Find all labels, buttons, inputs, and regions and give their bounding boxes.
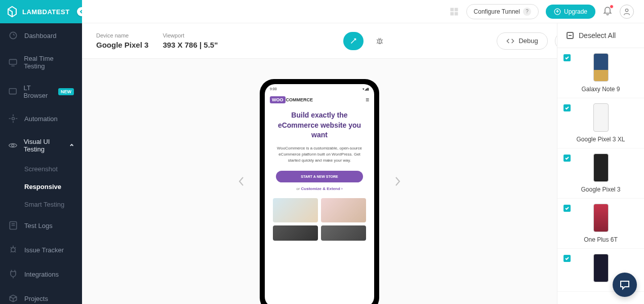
sidebar-item-integrations[interactable]: Integrations bbox=[0, 262, 82, 286]
notification-dot bbox=[610, 5, 614, 9]
device-mockup: 9:00 ▾◢▮ WOO COMMERCE ≡ Build exactly th… bbox=[260, 79, 379, 304]
topbar: Configure Tunnel ? Upgrade bbox=[82, 0, 644, 23]
bug-icon bbox=[8, 245, 18, 255]
svg-rect-9 bbox=[450, 12, 454, 15]
upgrade-label: Upgrade bbox=[564, 8, 587, 15]
svg-rect-10 bbox=[454, 12, 458, 15]
sidebar-item-label: Dashboard bbox=[24, 32, 57, 40]
user-avatar[interactable] bbox=[620, 5, 634, 19]
sidebar-item-ltbrowser[interactable]: LT Browser NEW bbox=[0, 77, 82, 106]
device-name-info: Device name Google Pixel 3 bbox=[96, 32, 148, 49]
sidebar-header: LAMBDATEST bbox=[0, 0, 82, 23]
start-store-button[interactable]: START A NEW STORE bbox=[276, 171, 363, 182]
debug-label: Debug bbox=[518, 37, 538, 45]
device-card-pixel3[interactable]: Google Pixel 3 bbox=[557, 148, 644, 199]
device-label: Google Pixel 3 XL bbox=[565, 136, 637, 143]
eye-icon bbox=[8, 140, 18, 150]
sidebar: LAMBDATEST Dashboard Real Time Testing L… bbox=[0, 0, 82, 304]
plug-icon bbox=[8, 269, 18, 279]
device-checkbox[interactable] bbox=[564, 54, 571, 61]
customize-text: Customize & Extend › bbox=[301, 186, 343, 191]
chevron-up-icon bbox=[69, 143, 74, 148]
hero-description: WooCommerce is a customizable, open-sour… bbox=[270, 145, 369, 164]
deselect-label: Deselect All bbox=[579, 31, 616, 40]
svg-rect-7 bbox=[450, 8, 454, 11]
sidebar-item-label: Projects bbox=[24, 295, 48, 302]
customize-link[interactable]: or Customize & Extend › bbox=[270, 186, 369, 191]
realtime-icon bbox=[8, 57, 18, 67]
commerce-text: COMMERCE bbox=[286, 97, 313, 102]
box-icon bbox=[8, 293, 18, 303]
phone-time: 9:00 bbox=[270, 87, 277, 91]
sidebar-item-label: Integrations bbox=[24, 271, 59, 278]
bug-tool-button[interactable] bbox=[370, 32, 390, 50]
device-label: Google Pixel 3 bbox=[565, 186, 637, 193]
woo-badge: WOO bbox=[270, 96, 286, 103]
phone-statusbar: 9:00 ▾◢▮ bbox=[265, 84, 374, 92]
showcase-grid bbox=[270, 198, 369, 241]
viewport-info: Viewport 393 X 786 | 5.5" bbox=[163, 32, 218, 49]
logo-text: LAMBDATEST bbox=[22, 8, 70, 16]
deselect-all-button[interactable]: Deselect All bbox=[557, 23, 644, 48]
svg-point-3 bbox=[12, 118, 15, 120]
sidebar-item-automation[interactable]: Automation bbox=[0, 106, 82, 131]
showcase-thumb bbox=[321, 198, 366, 222]
help-icon: ? bbox=[523, 8, 531, 16]
user-icon bbox=[623, 8, 631, 16]
svg-point-4 bbox=[12, 144, 14, 147]
hamburger-icon[interactable]: ≡ bbox=[366, 96, 369, 103]
device-checkbox[interactable] bbox=[564, 155, 571, 162]
device-card-oneplus6t[interactable]: One Plus 6T bbox=[557, 199, 644, 249]
notifications-button[interactable] bbox=[602, 6, 613, 18]
device-checkbox[interactable] bbox=[564, 205, 571, 212]
debug-button[interactable]: Debug bbox=[497, 32, 547, 50]
prev-device-button[interactable] bbox=[234, 171, 249, 192]
device-thumbnail bbox=[593, 103, 609, 132]
device-label: One Plus 6T bbox=[565, 236, 637, 243]
device-list-panel: Deselect All Galaxy Note 9 Google Pixel … bbox=[557, 23, 644, 304]
sidebar-item-issues[interactable]: Issue Tracker bbox=[0, 238, 82, 262]
sidebar-item-dashboard[interactable]: Dashboard bbox=[0, 23, 82, 48]
sidebar-item-label: Issue Tracker bbox=[24, 246, 64, 254]
next-device-button[interactable] bbox=[390, 171, 405, 192]
device-thumbnail bbox=[593, 204, 609, 232]
device-checkbox[interactable] bbox=[564, 255, 571, 262]
hero-title: Build exactly the eCommerce website you … bbox=[270, 110, 369, 140]
device-name-label: Device name bbox=[96, 32, 148, 39]
device-checkbox[interactable] bbox=[564, 104, 571, 111]
svg-point-0 bbox=[10, 32, 16, 39]
phone-signals: ▾◢▮ bbox=[363, 87, 369, 91]
upgrade-icon bbox=[554, 8, 561, 15]
sidebar-item-visualui[interactable]: Visual UI Testing bbox=[0, 131, 82, 160]
new-badge: NEW bbox=[58, 88, 74, 95]
sidebar-item-testlogs[interactable]: Test Logs bbox=[0, 213, 82, 238]
or-text: or bbox=[296, 186, 301, 191]
chat-icon bbox=[619, 279, 631, 291]
upgrade-button[interactable]: Upgrade bbox=[546, 5, 595, 19]
configure-label: Configure Tunnel bbox=[474, 8, 520, 15]
main-preview-area: 9:00 ▾◢▮ WOO COMMERCE ≡ Build exactly th… bbox=[82, 59, 557, 304]
logs-icon bbox=[8, 220, 18, 231]
viewport-value: 393 X 786 | 5.5" bbox=[163, 41, 218, 49]
svg-rect-1 bbox=[9, 59, 16, 64]
device-card-pixel3xl[interactable]: Google Pixel 3 XL bbox=[557, 98, 644, 148]
device-thumbnail bbox=[593, 154, 609, 182]
sidebar-sub-responsive[interactable]: Responsive bbox=[0, 178, 82, 196]
sidebar-item-realtime[interactable]: Real Time Testing bbox=[0, 48, 82, 77]
deselect-icon bbox=[567, 32, 574, 39]
phone-content: WOO COMMERCE ≡ Build exactly the eCommer… bbox=[265, 92, 374, 245]
dashboard-icon bbox=[8, 30, 18, 41]
sidebar-sub-smart[interactable]: Smart Testing bbox=[0, 196, 82, 213]
svg-rect-2 bbox=[9, 89, 16, 94]
device-card-galaxy-note9[interactable]: Galaxy Note 9 bbox=[557, 48, 644, 98]
device-label: Galaxy Note 9 bbox=[565, 86, 637, 93]
chat-button[interactable] bbox=[613, 273, 637, 297]
sidebar-item-label: Real Time Testing bbox=[24, 55, 74, 70]
sidebar-item-projects[interactable]: Projects bbox=[0, 286, 82, 304]
screenshot-tool-button[interactable] bbox=[343, 32, 364, 50]
grid-icon[interactable] bbox=[449, 7, 459, 17]
showcase-thumb bbox=[273, 198, 318, 222]
configure-tunnel-button[interactable]: Configure Tunnel ? bbox=[466, 4, 539, 19]
sidebar-sub-screenshot[interactable]: Screenshot bbox=[0, 160, 82, 178]
sidebar-item-label: Visual UI Testing bbox=[24, 138, 69, 153]
